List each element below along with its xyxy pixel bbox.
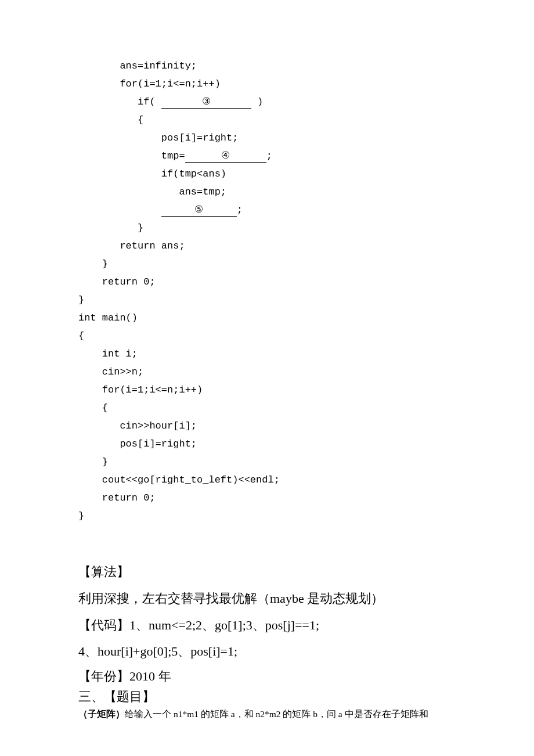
problem-body-text: 给输入一个 n1*m1 的矩阵 a，和 n2*m2 的矩阵 b，问 a 中是否存… — [125, 709, 428, 719]
code-line: for(i=1;i<=n;i++) — [78, 384, 203, 395]
code-line: } — [78, 258, 108, 269]
fill-blank-5: ⑤ — [161, 204, 237, 217]
code-line: { — [78, 330, 84, 341]
code-line: int i; — [78, 348, 138, 359]
code-block: ans=infinity; for(i=1;i<=n;i++) if( ③ ) … — [78, 57, 456, 525]
code-answers-line1: 【代码】1、num<=2;2、go[1];3、pos[j]==1; — [78, 613, 456, 638]
code-line: cin>>n; — [78, 366, 143, 377]
code-line: return ans; — [78, 240, 185, 251]
code-line-part: if( — [78, 96, 161, 107]
code-line: pos[i]=right; — [78, 132, 238, 143]
code-line: return 0; — [78, 492, 156, 503]
code-line: cout<<go[right_to_left)<<endl; — [78, 474, 280, 485]
fill-blank-3: ③ — [161, 96, 251, 109]
code-line: ans=tmp; — [78, 186, 226, 197]
code-line-part — [78, 204, 161, 215]
code-line: { — [78, 114, 143, 125]
code-line: for(i=1;i<=n;i++) — [78, 78, 221, 89]
code-line: } — [78, 294, 84, 305]
algorithm-body: 利用深搜，左右交替寻找最优解（maybe 是动态规划） — [78, 586, 456, 611]
code-answers-line2: 4、hour[i]+go[0];5、pos[i]=1; — [78, 639, 456, 664]
code-line: { — [78, 402, 108, 413]
code-line: } — [78, 222, 143, 233]
code-line: if(tmp<ans) — [78, 168, 226, 179]
problem-title: （子矩阵） — [78, 709, 125, 719]
algorithm-heading: 【算法】 — [78, 560, 456, 584]
code-line: ans=infinity; — [78, 60, 197, 71]
problem-body-line: （子矩阵）给输入一个 n1*m1 的矩阵 a，和 n2*m2 的矩阵 b，问 a… — [78, 707, 456, 722]
code-line: int main() — [78, 312, 138, 323]
problem-heading: 三、【题目】 — [78, 686, 456, 707]
code-line-part: tmp= — [78, 150, 185, 161]
year-line: 【年份】2010 年 — [78, 666, 456, 686]
code-line-part: ; — [237, 204, 243, 215]
code-line: return 0; — [78, 276, 156, 287]
code-line-part: ; — [266, 150, 272, 161]
code-line: cin>>hour[i]; — [78, 420, 197, 431]
code-line-part: ) — [251, 96, 263, 107]
code-line: } — [78, 456, 108, 467]
code-line: pos[i]=right; — [78, 438, 197, 449]
code-line: } — [78, 510, 84, 521]
fill-blank-4: ④ — [185, 150, 266, 163]
